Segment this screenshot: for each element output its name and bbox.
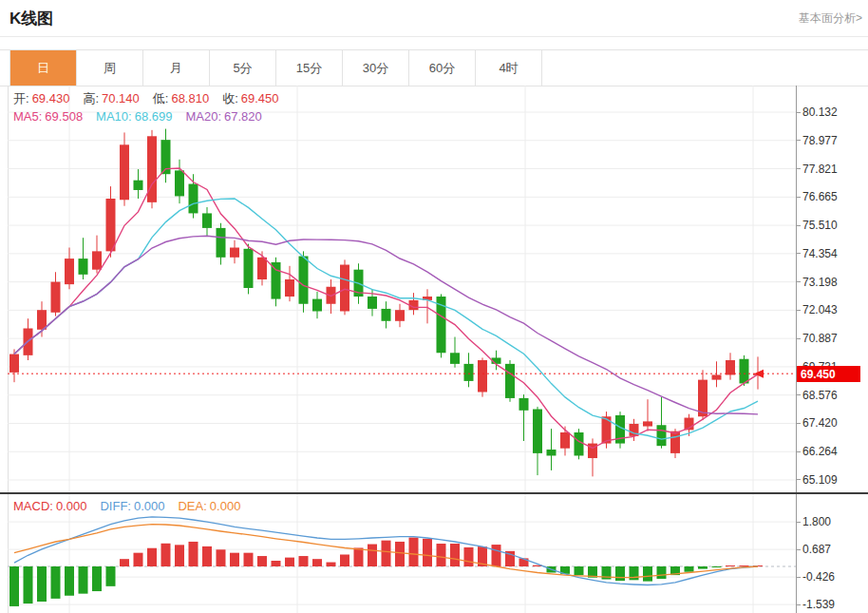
ma10-value: 68.699	[135, 109, 173, 124]
diff-value-label: DIFF:	[100, 499, 131, 513]
main-y-tick: 77.821	[797, 162, 838, 177]
candle-body	[272, 262, 281, 299]
main-y-tick: 65.109	[797, 472, 838, 488]
tab-60分[interactable]: 60分	[409, 50, 476, 86]
main-y-tick: 78.977	[797, 133, 838, 148]
main-y-tick: 66.264	[797, 444, 838, 459]
candle-body	[382, 309, 391, 321]
candle-body	[533, 410, 542, 453]
open-label: 开:	[13, 91, 29, 105]
macd-bar	[368, 545, 377, 566]
macd-bar	[202, 546, 212, 566]
candle-body	[79, 259, 88, 275]
candle-body	[560, 432, 570, 449]
candle-body	[395, 310, 405, 321]
macd-y-tick: -1.539	[797, 597, 835, 612]
main-y-tick: 72.043	[797, 302, 838, 317]
macd-bar	[312, 559, 322, 566]
candle-body	[657, 425, 667, 446]
ma-legend: MA5:69.508MA10:68.699MA20:67.820	[13, 109, 265, 124]
candle-body	[547, 450, 557, 455]
tab-日[interactable]: 日	[9, 50, 77, 86]
macd-bar	[354, 547, 364, 566]
tab-15分[interactable]: 15分	[276, 50, 343, 86]
candle-body	[712, 374, 722, 379]
candle-body	[312, 299, 322, 312]
macd-bar	[685, 566, 694, 572]
ma20-label: MA20:	[185, 109, 221, 124]
candle-body	[106, 199, 116, 251]
candle-body	[9, 354, 19, 373]
diff-value: 0.000	[134, 499, 165, 513]
macd-bar	[464, 547, 474, 566]
main-candlestick-chart[interactable]	[8, 86, 796, 492]
macd-bar	[92, 566, 102, 591]
macd-bar	[24, 566, 33, 603]
macd-bar	[9, 566, 19, 606]
candle-body	[120, 144, 129, 200]
main-y-tick: 70.887	[797, 331, 838, 346]
candle-body	[147, 136, 157, 202]
candle-body	[244, 249, 254, 288]
ma5-label: MA5:	[13, 109, 42, 124]
close-value: 69.450	[241, 91, 279, 105]
page-header: K线图 基本面分析>	[0, 0, 868, 37]
tab-5分[interactable]: 5分	[210, 50, 276, 86]
main-y-tick: 73.198	[797, 275, 838, 290]
macd-bar	[299, 556, 309, 566]
macd-bar	[161, 544, 171, 566]
fundamental-analysis-link[interactable]: 基本面分析>	[799, 10, 862, 27]
candle-body	[368, 297, 377, 309]
macd-bar	[272, 561, 281, 566]
macd-histogram	[9, 538, 763, 606]
candle-body	[299, 257, 309, 304]
candle-body	[92, 251, 102, 269]
tab-30分[interactable]: 30分	[343, 50, 409, 86]
candle-body	[202, 213, 212, 227]
tab-4时[interactable]: 4时	[476, 50, 542, 86]
candle-body	[65, 259, 74, 284]
candle-body	[134, 181, 143, 190]
candle-body	[464, 364, 474, 381]
candle-body	[575, 432, 584, 455]
macd-bar	[575, 566, 584, 575]
candle-body	[51, 282, 61, 313]
main-y-tick: 76.665	[797, 189, 838, 204]
macd-bar	[409, 538, 419, 566]
macd-y-tick: 1.800	[797, 514, 831, 529]
macd-bar	[698, 566, 708, 569]
tab-周[interactable]: 周	[77, 50, 143, 86]
candle-body	[230, 248, 239, 258]
high-value: 70.140	[102, 91, 140, 105]
macd-bar	[437, 544, 446, 566]
macd-bar	[492, 545, 501, 566]
candle-body	[257, 258, 267, 279]
macd-bar	[147, 548, 157, 566]
page-title: K线图	[9, 8, 53, 29]
ma20-value: 67.820	[224, 109, 262, 124]
macd-bar	[340, 554, 349, 566]
macd-bar	[740, 565, 749, 566]
open-value: 69.430	[32, 91, 70, 105]
macd-bar	[120, 559, 129, 566]
macd-y-tick: 0.687	[797, 542, 831, 557]
dea-value-label: DEA:	[178, 499, 206, 513]
macd-y-tick: -0.426	[797, 569, 835, 584]
candle-body	[285, 279, 294, 297]
candle-body	[740, 359, 749, 384]
macd-bar	[244, 553, 254, 566]
low-value: 68.810	[171, 91, 209, 105]
candle-body	[726, 360, 735, 374]
macd-bar	[65, 566, 74, 596]
low-label: 低:	[153, 91, 169, 105]
ma5-value: 69.508	[45, 109, 83, 124]
macd-bar	[423, 539, 432, 566]
macd-bar	[51, 566, 61, 599]
ma10-label: MA10:	[96, 109, 132, 124]
candle-body	[478, 360, 487, 392]
tab-月[interactable]: 月	[143, 50, 210, 86]
panel-separator	[0, 492, 868, 494]
macd-bar	[217, 549, 226, 566]
ohlc-legend: 开:69.430高:70.140低:68.810收:69.450	[13, 90, 282, 107]
macd-bar	[395, 542, 405, 566]
